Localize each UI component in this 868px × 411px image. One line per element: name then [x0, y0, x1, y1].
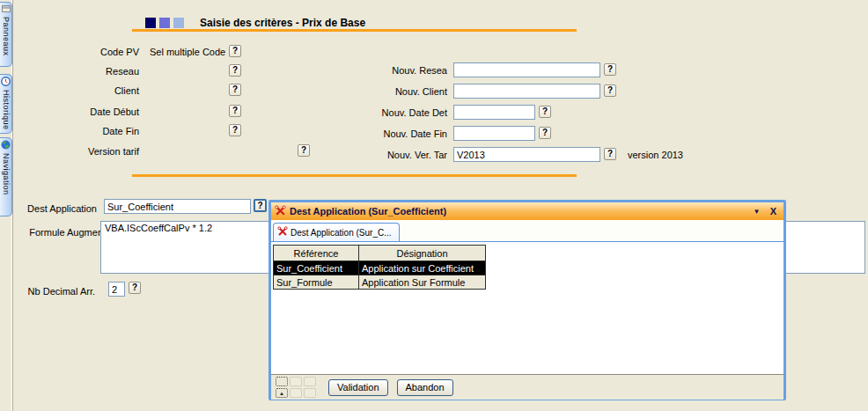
- popup-tab-row: Dest Application (Sur_C...: [271, 220, 783, 242]
- cell-reference[interactable]: Sur_Formule: [274, 275, 359, 290]
- help-button-date-debut[interactable]: ?: [229, 105, 241, 117]
- header-rule: [132, 29, 577, 32]
- nouv-client-input[interactable]: [453, 84, 600, 99]
- field-label-reseau: Reseau: [16, 65, 139, 77]
- crossed-tools-icon: [275, 205, 286, 218]
- abandon-button[interactable]: Abandon: [397, 379, 453, 396]
- field-label-nouv-reseau: Nouv. Resea: [326, 64, 447, 77]
- popup-title: Dest Application (Sur_Coefficient): [290, 206, 747, 217]
- title-square-medium: [159, 18, 170, 28]
- validation-button[interactable]: Validation: [328, 379, 388, 396]
- section-rule: [132, 174, 577, 177]
- field-label-code-pv: Code PV: [16, 46, 139, 58]
- popup-tab-dest-application[interactable]: Dest Application (Sur_C...: [273, 223, 400, 241]
- window-menu-button[interactable]: ▼: [750, 208, 763, 216]
- help-button-nouv-client[interactable]: ?: [604, 84, 616, 97]
- field-label-formule-augmen: Formule Augmen: [16, 226, 103, 239]
- field-label-client: Client: [16, 84, 139, 97]
- globe-icon: [1, 140, 11, 151]
- help-button-nouv-reseau[interactable]: ?: [604, 63, 616, 76]
- record-nav-button[interactable]: [276, 377, 288, 386]
- dest-application-popup-window: Dest Application (Sur_Coefficient) ▼ X D…: [268, 200, 786, 400]
- nouv-date-fin-input[interactable]: [453, 126, 535, 141]
- cell-reference[interactable]: Sur_Coefficient: [274, 261, 359, 275]
- nouv-date-debut-input[interactable]: [453, 105, 535, 120]
- field-label-nb-decimal: Nb Decimal Arr.: [16, 285, 95, 297]
- help-button-client[interactable]: ?: [229, 84, 241, 96]
- popup-tab-label: Dest Application (Sur_C...: [291, 228, 392, 238]
- field-label-version-tarif: Version tarif: [16, 145, 139, 158]
- title-square-light: [173, 18, 184, 28]
- help-button-version-tarif[interactable]: ?: [298, 144, 310, 157]
- field-label-nouv-client: Nouv. Client: [326, 85, 447, 98]
- field-label-nouv-date-fin: Nouv. Date Fin: [326, 128, 447, 140]
- cell-designation[interactable]: Application sur Coefficient: [359, 261, 486, 275]
- record-nav-button-disabled[interactable]: [290, 377, 302, 386]
- sidebar-tab-label: Navigation: [1, 153, 11, 195]
- help-button-date-fin[interactable]: ?: [229, 124, 241, 136]
- field-label-nouv-ver-tarif: Nouv. Ver. Tar: [326, 149, 447, 161]
- table-row[interactable]: Sur_Coefficient Application sur Coeffici…: [274, 261, 486, 275]
- panel-icon: [2, 4, 11, 15]
- nb-decimal-input[interactable]: [108, 282, 125, 297]
- popup-list-area: Référence Désignation Sur_Coefficient Ap…: [271, 242, 783, 375]
- close-icon[interactable]: X: [767, 206, 780, 217]
- column-header-designation: Désignation: [359, 246, 486, 261]
- cell-designation[interactable]: Application Sur Formule: [359, 275, 486, 290]
- field-label-date-debut: Date Début: [16, 106, 139, 118]
- sidebar-tab-navigation[interactable]: Navigation: [0, 137, 12, 217]
- history-clock-icon: [1, 77, 11, 88]
- help-button-dest-application[interactable]: ?: [254, 199, 267, 212]
- title-square-dark: [145, 18, 156, 28]
- field-label-date-fin: Date Fin: [16, 125, 139, 137]
- record-nav-buttons: ▲: [276, 377, 316, 398]
- popup-titlebar[interactable]: Dest Application (Sur_Coefficient) ▼ X: [271, 202, 783, 220]
- popup-button-bar: ▲ Validation Abandon: [271, 375, 783, 400]
- column-header-reference: Référence: [274, 246, 359, 261]
- sidebar-tab-historique[interactable]: Historique: [0, 74, 12, 134]
- record-nav-button-disabled[interactable]: [290, 388, 302, 398]
- nouv-reseau-input[interactable]: [453, 62, 600, 77]
- table-row[interactable]: Sur_Formule Application Sur Formule: [274, 275, 486, 290]
- field-note-sel-multiple-code: Sel multiple Code: [150, 46, 225, 58]
- page-title: Saisie des critères - Prix de Base: [200, 17, 365, 29]
- version-note: version 2013: [628, 150, 683, 160]
- help-button-nb-decimal[interactable]: ?: [129, 282, 141, 294]
- help-button-nouv-ver-tarif[interactable]: ?: [604, 148, 616, 160]
- dest-application-input[interactable]: [104, 199, 251, 214]
- help-button-nouv-date-debut[interactable]: ?: [539, 106, 551, 118]
- help-button-code-pv[interactable]: ?: [229, 45, 241, 57]
- help-button-reseau[interactable]: ?: [229, 64, 241, 77]
- sidebar-tab-label: Historique: [1, 90, 11, 130]
- nouv-ver-tarif-input[interactable]: [453, 147, 600, 162]
- help-button-nouv-date-fin[interactable]: ?: [539, 127, 551, 139]
- table-header-row: Référence Désignation: [274, 246, 486, 261]
- field-label-dest-application: Dest Application: [16, 202, 97, 215]
- record-nav-up-button[interactable]: ▲: [276, 388, 288, 398]
- sidebar-tab-panneaux[interactable]: Panneaux: [0, 2, 12, 67]
- sidebar-tab-label: Panneaux: [1, 17, 11, 56]
- record-nav-button-disabled[interactable]: [304, 388, 316, 398]
- field-label-nouv-date-debut: Nouv. Date Det: [326, 106, 447, 119]
- reference-table: Référence Désignation Sur_Coefficient Ap…: [273, 245, 486, 290]
- crossed-tools-icon: [277, 226, 288, 239]
- record-nav-button-disabled[interactable]: [304, 377, 316, 386]
